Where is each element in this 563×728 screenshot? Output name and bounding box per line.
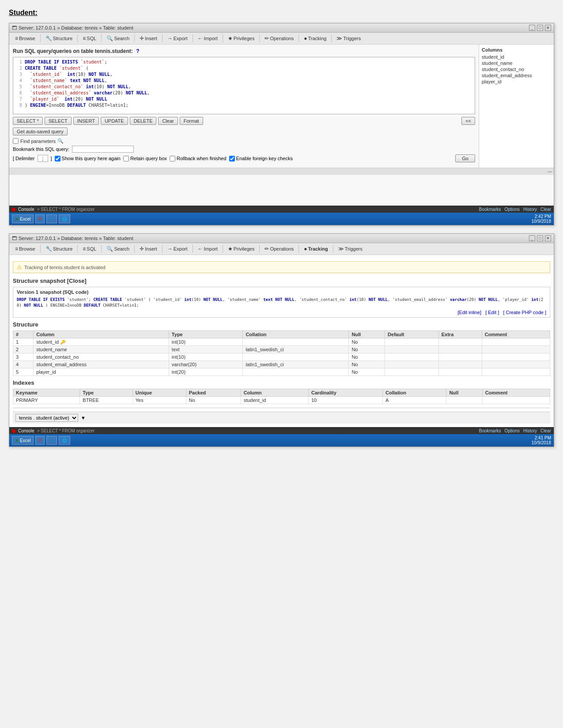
tab-operations-1[interactable]: ✏ Operations [261, 34, 297, 43]
maximize-button-2[interactable]: □ [537, 235, 543, 241]
browse-label: Browse [19, 36, 35, 41]
taskbar-app-excel-2[interactable]: ✕ Excel [12, 436, 34, 445]
retain-query-label: Retain query box [130, 156, 167, 161]
edit-inline-link[interactable]: [Edit inline] [457, 310, 481, 315]
idx-column-1: student_id [241, 397, 308, 404]
taskbar-app-ppt-1[interactable]: P [35, 214, 45, 223]
tab-export-2[interactable]: → Export [164, 244, 191, 253]
window-controls[interactable]: _ □ ✕ [529, 25, 551, 31]
delete-button[interactable]: DELETE [130, 117, 157, 125]
update-button[interactable]: UPDATE [101, 117, 128, 125]
row-extra-5 [438, 368, 482, 376]
rollback-checkbox[interactable] [170, 156, 175, 161]
tab-insert-2[interactable]: ✛ Insert [136, 244, 160, 253]
tab-insert-1[interactable]: ✛ Insert [136, 34, 160, 43]
tab-privileges-2[interactable]: ★ Privileges [225, 244, 258, 253]
tab-search-2[interactable]: 🔍 Search [103, 244, 132, 253]
clear-link-1[interactable]: Clear [540, 207, 551, 212]
collapse-columns-button[interactable]: << [461, 117, 475, 125]
row-null-1: No [349, 338, 385, 346]
delimiter-bracket: ] [51, 156, 52, 161]
tab-browse-2[interactable]: ≡ Browse [12, 244, 38, 253]
console-links-2: Bookmarks Options History Clear [479, 428, 551, 433]
tab-triggers-1[interactable]: ≫ Triggers [333, 34, 364, 43]
operations-label: Operations [270, 36, 294, 41]
row-type-3: int(10) [169, 353, 243, 361]
bookmark-input[interactable] [72, 146, 134, 153]
tab-import-2[interactable]: ← Import [195, 244, 221, 253]
foreign-key-checkbox[interactable] [229, 156, 235, 161]
select-button[interactable]: SELECT [45, 117, 72, 125]
operations-label-2: Operations [270, 246, 294, 251]
create-php-link[interactable]: [ Create PHP code ] [503, 310, 546, 315]
edit-link[interactable]: [ Edit ] [485, 310, 499, 315]
tab-triggers-2[interactable]: ≫ Triggers [335, 244, 366, 253]
divider-10 [331, 34, 332, 42]
bookmarks-link-1[interactable]: Bookmarks [479, 207, 501, 212]
tab-structure-1[interactable]: 🔧 Structure [42, 34, 76, 43]
tab-sql-1[interactable]: ≡ SQL [79, 34, 99, 43]
tab-tracking-1[interactable]: ● Tracking [301, 34, 329, 43]
minimize-button[interactable]: _ [529, 25, 535, 31]
format-button[interactable]: Format [180, 117, 203, 125]
close-button-2[interactable]: ✕ [545, 235, 551, 241]
active-table-select[interactable]: tennis . student (active) [15, 414, 78, 422]
indexes-section: Indexes Keyname Type Unique Packed Colum… [13, 379, 550, 404]
history-link-2[interactable]: History [523, 428, 537, 433]
tab-import-1[interactable]: ← Import [195, 34, 221, 43]
taskbar-app-browser-2[interactable]: 🌐 [59, 436, 70, 445]
retain-query-checkbox[interactable] [123, 156, 129, 161]
rollback-label: Rollback when finished [177, 156, 227, 161]
taskbar-app-excel-1[interactable]: ✕ Excel [12, 214, 34, 223]
divider-3 [101, 34, 102, 42]
help-icon[interactable]: ? [136, 48, 139, 54]
tab-sql-2[interactable]: ≡ SQL [79, 244, 99, 253]
row-default-2 [385, 346, 439, 353]
bookmarks-link-2[interactable]: Bookmarks [479, 428, 501, 433]
export-icon: → [167, 35, 173, 41]
columns-table: # Column Type Collation Null Default Ext… [13, 330, 550, 376]
tab-structure-2[interactable]: 🔧 Structure [42, 244, 76, 253]
show-query-checkbox[interactable] [55, 156, 60, 161]
import-label-2: Import [204, 246, 218, 251]
collapse-bar-1[interactable]: — [9, 168, 554, 175]
sql-editor[interactable]: 1 DROP TABLE IF EXISTS `student`; 2 CREA… [13, 57, 475, 114]
auto-saved-button[interactable]: Get auto-saved query [13, 128, 68, 135]
titlebar-text: Server: 127.0.0.1 » Database: tennis » T… [19, 25, 133, 30]
sql-label-2: SQL [87, 246, 96, 251]
options-link-1[interactable]: Options [505, 207, 520, 212]
divider-4 [134, 34, 135, 42]
col-item-3: student_contact_no [482, 67, 551, 72]
window-controls-2[interactable]: _ □ ✕ [529, 235, 551, 241]
tab-tracking-2[interactable]: ● Tracking [301, 244, 331, 253]
go-button[interactable]: Go [455, 154, 475, 162]
tab-privileges-1[interactable]: ★ Privileges [225, 34, 258, 43]
tab-operations-2[interactable]: ✏ Operations [261, 244, 297, 253]
taskbar-app-word-1[interactable]: W [46, 214, 57, 223]
delimiter-input[interactable] [38, 155, 48, 162]
close-button[interactable]: ✕ [545, 25, 551, 31]
edit-icon-1: 🔑 [60, 340, 65, 345]
privileges-label-2: Privileges [234, 246, 255, 251]
structure-label-2: Structure [53, 246, 73, 251]
select-star-button[interactable]: SELECT * [13, 117, 43, 125]
clear-button[interactable]: Clear [158, 117, 178, 125]
tab-browse-1[interactable]: ≡ Browse [12, 34, 38, 43]
insert-icon: ✛ [140, 35, 144, 41]
search-icon-2: 🔍 [106, 246, 113, 252]
maximize-button[interactable]: □ [537, 25, 543, 31]
tab-export-1[interactable]: → Export [164, 34, 191, 43]
taskbar-app-ppt-2[interactable]: P [35, 436, 45, 445]
find-params-checkbox[interactable] [13, 138, 19, 144]
options-link-2[interactable]: Options [505, 428, 520, 433]
history-link-1[interactable]: History [523, 207, 537, 212]
col-item-2: student_name [482, 60, 551, 66]
tab-search-1[interactable]: 🔍 Search [103, 34, 132, 43]
divider-9 [299, 34, 299, 42]
insert-sql-button[interactable]: INSERT [73, 117, 99, 125]
minimize-button-2[interactable]: _ [529, 235, 535, 241]
taskbar-app-word-2[interactable]: W [46, 436, 57, 445]
row-collation-3 [243, 353, 349, 361]
taskbar-app-browser-1[interactable]: 🌐 [59, 214, 70, 223]
clear-link-2[interactable]: Clear [540, 428, 551, 433]
